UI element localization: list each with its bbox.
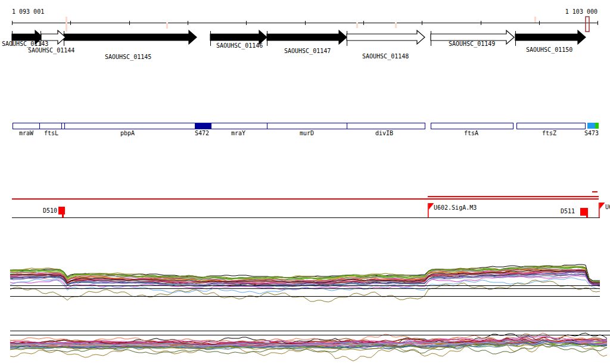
feature-label: mraW: [19, 130, 34, 136]
feature-box-sliver[interactable]: [61, 123, 64, 129]
gene-label: SAOUHSC_01150: [526, 46, 572, 54]
gene-arrow-saouhsc-01148[interactable]: [347, 30, 425, 44]
marker-label: U60: [605, 204, 610, 210]
expression-plot-upper: [10, 265, 600, 302]
position-cursor[interactable]: [586, 17, 589, 32]
gene-arrow-saouhsc-01145[interactable]: [64, 30, 197, 44]
feature-box-mraw[interactable]: [13, 123, 39, 129]
feature-box-track: mraWftsLpbpAS472mraYmurDdivIBftsAftsZS47…: [13, 123, 599, 136]
gene-label: SAOUHSC_01148: [362, 53, 409, 60]
feature-box-ftsl[interactable]: [39, 123, 61, 129]
gene-arrow-saouhsc-01150[interactable]: [515, 30, 586, 44]
feature-box-s473-right[interactable]: [595, 123, 599, 129]
gene-arrow-saouhsc-01147[interactable]: [267, 30, 347, 44]
probe-mark: [534, 17, 536, 23]
feature-label: mraY: [231, 130, 245, 136]
feature-label: S472: [195, 130, 209, 136]
feature-box-s473-left[interactable]: [587, 123, 595, 129]
feature-label: S473: [584, 130, 599, 136]
browser-canvas[interactable]: 1 093 001 1 103 000 SAOUHSC_01143SAOUHSC…: [0, 0, 610, 364]
gene-label: SAOUHSC_01144: [28, 47, 74, 54]
feature-label: ftsA: [464, 130, 478, 136]
feature-label: murD: [300, 130, 314, 136]
expression-plot-lower: [10, 331, 610, 361]
gene-label: SAOUHSC_01145: [105, 54, 151, 61]
feature-label: pbpA: [120, 130, 135, 136]
marker-pole: [599, 203, 600, 218]
probe-mark: [66, 17, 67, 32]
gene-label: SAOUHSC_01147: [284, 48, 331, 55]
ruler-end-position: 1 103 000: [565, 8, 597, 15]
marker-label: U602.SigA.M3: [434, 204, 477, 211]
feature-box-murd[interactable]: [267, 123, 347, 129]
gene-arrow-track: SAOUHSC_01143SAOUHSC_01144SAOUHSC_01145S…: [2, 30, 586, 61]
gene-label: SAOUHSC_01149: [449, 41, 495, 48]
marker-square-d510[interactable]: [58, 207, 65, 214]
feature-label: ftsL: [44, 130, 58, 136]
feature-box-ftsa[interactable]: [431, 123, 513, 129]
marker-square-d511[interactable]: [580, 208, 588, 216]
feature-box-divib[interactable]: [347, 123, 425, 129]
marker-label: D511: [561, 208, 575, 214]
feature-box-s472[interactable]: [195, 123, 211, 129]
probe-marker-track: D510U602.SigA.M3D511U60: [12, 192, 610, 218]
feature-box-ftsz[interactable]: [516, 123, 585, 129]
feature-label: divIB: [375, 130, 393, 136]
feature-box-mray[interactable]: [211, 123, 267, 129]
marker-pole: [428, 203, 429, 218]
feature-box-pbpa[interactable]: [64, 123, 195, 129]
probe-mark: [395, 23, 397, 28]
probe-mark: [166, 23, 168, 29]
ruler-start-position: 1 093 001: [12, 8, 44, 15]
ruler-track: [12, 17, 598, 32]
marker-pole: [62, 214, 64, 218]
marker-label: D510: [43, 207, 57, 214]
genome-browser: 1 093 001 1 103 000 SAOUHSC_01143SAOUHSC…: [0, 0, 610, 364]
gene-label: SAOUHSC_01146: [216, 42, 263, 49]
marker-flag-u60[interactable]: [600, 203, 605, 209]
feature-label: ftsZ: [542, 130, 556, 136]
probe-mark: [356, 23, 358, 28]
marker-pole: [586, 215, 588, 218]
